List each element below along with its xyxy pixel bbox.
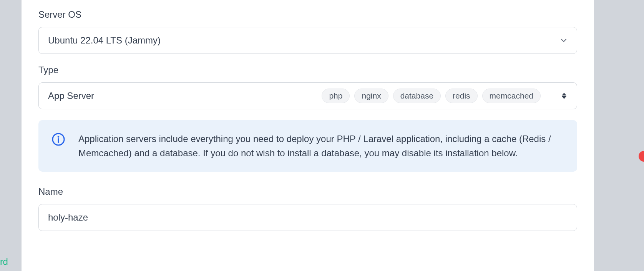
server-os-selected-value: Ubuntu 22.04 LTS (Jammy): [48, 35, 161, 46]
background-sidebar-text: rd: [0, 256, 8, 267]
svg-marker-0: [562, 93, 566, 95]
notification-dot-icon: [639, 151, 644, 162]
tag-nginx: nginx: [354, 89, 388, 103]
info-banner: Application servers include everything y…: [38, 120, 577, 172]
name-group: Name: [38, 186, 577, 231]
type-selected-value: App Server: [48, 90, 94, 101]
svg-marker-1: [562, 96, 566, 99]
chevron-down-icon: [559, 36, 568, 45]
select-updown-icon: [561, 91, 568, 100]
tag-memcached: memcached: [482, 89, 541, 103]
type-label: Type: [38, 65, 577, 75]
tag-redis: redis: [445, 89, 478, 103]
type-tags: php nginx database redis memcached: [322, 89, 541, 103]
svg-point-4: [58, 136, 59, 137]
type-group: Type App Server php nginx database redis…: [38, 65, 577, 109]
tag-database: database: [393, 89, 441, 103]
server-os-select[interactable]: Ubuntu 22.04 LTS (Jammy): [38, 27, 577, 54]
server-os-label: Server OS: [38, 9, 577, 20]
name-label: Name: [38, 186, 577, 197]
name-input[interactable]: [38, 204, 577, 231]
tag-php: php: [322, 89, 350, 103]
info-banner-text: Application servers include everything y…: [78, 132, 564, 160]
type-select[interactable]: App Server php nginx database redis memc…: [38, 82, 577, 109]
info-icon: [51, 132, 65, 146]
server-os-group: Server OS Ubuntu 22.04 LTS (Jammy): [38, 0, 577, 54]
server-config-panel: Server OS Ubuntu 22.04 LTS (Jammy) Type …: [22, 0, 594, 271]
